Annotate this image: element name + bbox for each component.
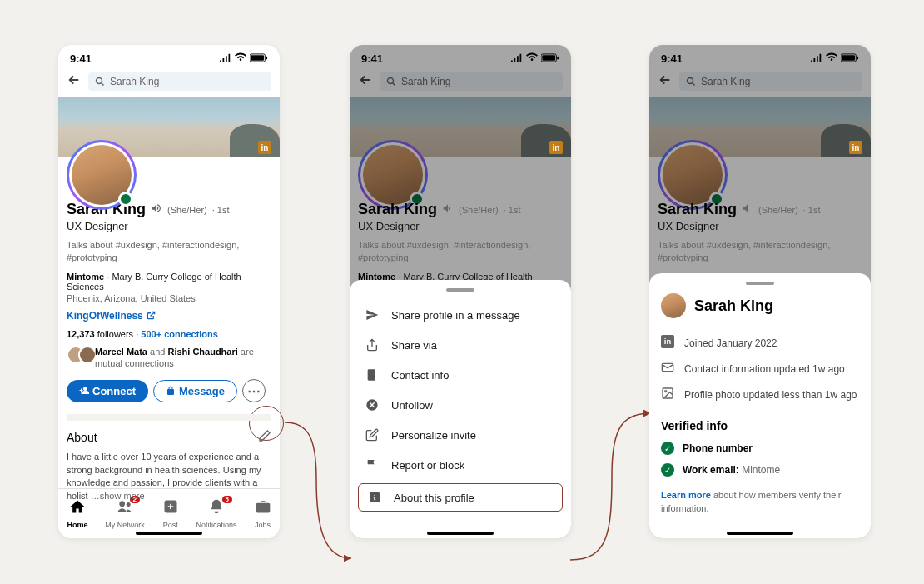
home-indicator[interactable]: [136, 532, 202, 535]
phone-screen-menu: 9:41 Sarah King in Sarah King(She/Her)· …: [350, 45, 571, 538]
x-circle-icon: [365, 398, 380, 412]
external-link-icon: [147, 311, 156, 320]
action-sheet: Share profile in a message Share via Con…: [350, 280, 571, 538]
wifi-icon: [526, 52, 538, 66]
learn-more-link[interactable]: Learn more: [661, 490, 711, 500]
pronunciation-icon[interactable]: [151, 202, 162, 217]
menu-contact-info[interactable]: Contact info: [350, 360, 571, 390]
back-icon[interactable]: [658, 72, 673, 91]
connections-link[interactable]: 500+ connections: [141, 329, 218, 339]
sheet-profile-name: Sarah King: [694, 297, 773, 315]
search-input[interactable]: Sarah King: [88, 72, 271, 91]
status-indicators: [220, 52, 268, 66]
menu-share-via[interactable]: Share via: [350, 330, 571, 360]
status-indicators: [811, 52, 859, 66]
check-icon: ✓: [661, 442, 674, 455]
edit-icon: [365, 428, 380, 442]
flag-icon: [365, 458, 380, 472]
back-icon[interactable]: [67, 72, 82, 91]
status-time: 9:41: [661, 52, 683, 65]
menu-personalize-invite[interactable]: Personalize invite: [350, 420, 571, 450]
show-more-link[interactable]: …show more: [91, 491, 145, 501]
website-link[interactable]: KingOfWellness: [67, 310, 156, 322]
search-input[interactable]: Sarah King: [679, 72, 862, 91]
search-icon: [95, 77, 105, 87]
avatar: [78, 346, 97, 364]
info-joined: in Joined January 2022: [661, 330, 859, 356]
wifi-icon: [826, 52, 837, 66]
presence-indicator: [118, 192, 133, 207]
profile-body: in Sarah King (She/Her) · 1st UX Designe…: [58, 157, 280, 511]
location: Phoenix, Arizona, United States: [67, 293, 271, 303]
status-time: 9:41: [361, 52, 383, 65]
status-bar: 9:41: [58, 45, 280, 69]
ellipsis-icon: ⋯: [247, 383, 261, 399]
signal-icon: [811, 52, 822, 66]
message-button[interactable]: Message: [153, 380, 237, 402]
pronouns: (She/Her): [167, 205, 207, 215]
edit-icon[interactable]: [258, 429, 271, 446]
battery-icon: [250, 52, 268, 65]
connection-degree: · 1st: [212, 205, 230, 215]
wifi-icon: [235, 52, 246, 66]
linkedin-badge-icon: in: [258, 141, 271, 154]
search-input[interactable]: Sarah King: [380, 72, 563, 91]
status-indicators: [511, 52, 559, 66]
profile-avatar[interactable]: [67, 140, 137, 210]
lock-icon: [166, 386, 176, 396]
svg-rect-15: [857, 57, 858, 60]
battery-icon: [841, 52, 859, 65]
search-row: Sarah King: [58, 69, 280, 97]
about-section: About I have a little over 10 years of e…: [67, 414, 271, 502]
follower-row: 12,373 followers · 500+ connections: [67, 329, 271, 339]
sheet-grabber[interactable]: [446, 288, 474, 292]
svg-rect-14: [842, 55, 855, 60]
verified-heading: Verified info: [661, 419, 859, 432]
verified-phone: ✓ Phone number: [661, 437, 859, 459]
mail-icon: [661, 361, 674, 377]
status-bar: 9:41: [649, 45, 871, 69]
svg-point-10: [388, 78, 394, 84]
image-icon: [661, 387, 674, 402]
mutual-connections[interactable]: Marcel Mata and Rishi Chaudhari are mutu…: [67, 346, 271, 370]
about-profile-sheet: Sarah King in Joined January 2022 Contac…: [649, 273, 871, 538]
talks-about: Talks about #uxdesign, #interactiondesig…: [67, 239, 271, 265]
phone-screen-profile: 9:41 Sarah King in Sarah King: [58, 45, 280, 538]
profile-headline: UX Designer: [67, 220, 271, 232]
person-add-icon: [79, 386, 89, 396]
svg-point-16: [688, 78, 693, 84]
menu-about-profile[interactable]: About this profile: [358, 483, 563, 512]
menu-share-profile[interactable]: Share profile in a message: [350, 300, 571, 330]
linkedin-badge-icon: in: [549, 141, 563, 154]
connect-button[interactable]: Connect: [67, 380, 148, 402]
employer-school: Mintome · Mary B. Curry College of Healt…: [67, 272, 271, 292]
svg-rect-8: [542, 55, 555, 60]
status-bar: 9:41: [350, 45, 571, 69]
avatar: [661, 293, 686, 318]
home-indicator[interactable]: [427, 532, 494, 535]
phone-screen-about-profile: 9:41 Sarah King in Sarah King(She/Her)· …: [649, 45, 871, 538]
menu-report-block[interactable]: Report or block: [350, 450, 571, 480]
annotation-arrow: [566, 408, 658, 567]
svg-rect-2: [266, 57, 267, 60]
menu-unfollow[interactable]: Unfollow: [350, 390, 571, 420]
info-photo-updated: Profile photo updated less than 1w ago: [661, 382, 859, 407]
linkedin-icon: in: [661, 335, 674, 351]
svg-rect-1: [251, 55, 264, 60]
about-heading: About: [67, 431, 97, 444]
svg-rect-9: [557, 57, 559, 60]
home-indicator[interactable]: [727, 532, 793, 535]
info-icon: [367, 491, 382, 504]
signal-icon: [511, 52, 523, 66]
back-icon[interactable]: [358, 72, 373, 91]
status-time: 9:41: [70, 52, 92, 65]
more-button[interactable]: ⋯: [242, 379, 266, 402]
sheet-grabber[interactable]: [746, 282, 774, 285]
book-icon: [365, 368, 380, 382]
svg-text:in: in: [664, 338, 672, 347]
signal-icon: [220, 52, 231, 66]
check-icon: ✓: [661, 463, 674, 477]
search-text: Sarah King: [110, 76, 159, 87]
send-icon: [365, 308, 380, 322]
share-icon: [365, 338, 380, 352]
